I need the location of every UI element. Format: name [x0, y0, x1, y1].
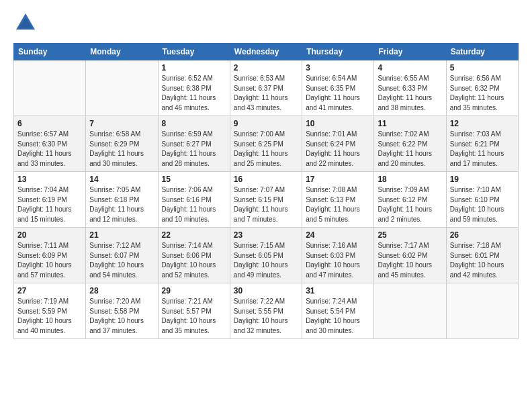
logo — [13, 11, 40, 35]
header — [13, 11, 519, 35]
calendar-day-cell: 3Sunrise: 6:54 AMSunset: 6:35 PMDaylight… — [302, 60, 374, 116]
day-number: 23 — [234, 230, 298, 240]
day-number: 29 — [162, 286, 226, 295]
day-detail: Sunrise: 7:24 AMSunset: 5:54 PMDaylight:… — [306, 297, 370, 336]
day-number: 21 — [89, 230, 154, 240]
day-number: 14 — [89, 175, 154, 184]
calendar-day-cell: 19Sunrise: 7:10 AMSunset: 6:10 PMDayligh… — [446, 172, 518, 228]
calendar-day-cell — [14, 60, 86, 116]
day-number: 3 — [306, 63, 370, 73]
calendar-day-cell: 9Sunrise: 7:00 AMSunset: 6:25 PMDaylight… — [230, 116, 302, 172]
day-number: 24 — [306, 230, 370, 240]
day-detail: Sunrise: 7:20 AMSunset: 5:58 PMDaylight:… — [89, 297, 154, 336]
day-detail: Sunrise: 7:04 AMSunset: 6:19 PMDaylight:… — [17, 185, 82, 224]
calendar-week-row: 13Sunrise: 7:04 AMSunset: 6:19 PMDayligh… — [14, 172, 519, 228]
day-number: 1 — [162, 63, 226, 73]
day-detail: Sunrise: 7:08 AMSunset: 6:13 PMDaylight:… — [306, 185, 370, 224]
page: SundayMondayTuesdayWednesdayThursdayFrid… — [0, 0, 532, 353]
day-number: 17 — [306, 175, 370, 184]
day-detail: Sunrise: 7:03 AMSunset: 6:21 PMDaylight:… — [450, 130, 515, 169]
day-detail: Sunrise: 7:01 AMSunset: 6:24 PMDaylight:… — [306, 130, 370, 169]
calendar-header-row: SundayMondayTuesdayWednesdayThursdayFrid… — [14, 44, 519, 60]
weekday-header: Tuesday — [158, 44, 230, 60]
day-detail: Sunrise: 7:17 AMSunset: 6:02 PMDaylight:… — [378, 241, 442, 280]
day-number: 7 — [89, 119, 154, 128]
weekday-header: Thursday — [302, 44, 374, 60]
calendar-week-row: 6Sunrise: 6:57 AMSunset: 6:30 PMDaylight… — [14, 116, 519, 172]
calendar-day-cell: 24Sunrise: 7:16 AMSunset: 6:03 PMDayligh… — [302, 228, 374, 283]
day-detail: Sunrise: 6:56 AMSunset: 6:32 PMDaylight:… — [450, 74, 515, 113]
calendar-day-cell: 16Sunrise: 7:07 AMSunset: 6:15 PMDayligh… — [230, 172, 302, 228]
calendar-day-cell: 11Sunrise: 7:02 AMSunset: 6:22 PMDayligh… — [374, 116, 446, 172]
calendar-day-cell: 31Sunrise: 7:24 AMSunset: 5:54 PMDayligh… — [302, 283, 374, 339]
day-number: 28 — [89, 286, 154, 295]
day-detail: Sunrise: 7:15 AMSunset: 6:05 PMDaylight:… — [234, 241, 298, 280]
day-number: 16 — [234, 175, 298, 184]
day-detail: Sunrise: 7:12 AMSunset: 6:07 PMDaylight:… — [89, 241, 154, 280]
day-detail: Sunrise: 7:09 AMSunset: 6:12 PMDaylight:… — [378, 185, 442, 224]
day-number: 12 — [450, 119, 515, 128]
day-number: 2 — [234, 63, 298, 73]
day-detail: Sunrise: 7:10 AMSunset: 6:10 PMDaylight:… — [450, 185, 515, 224]
weekday-header: Monday — [86, 44, 158, 60]
calendar-day-cell — [374, 283, 446, 339]
calendar-day-cell: 30Sunrise: 7:22 AMSunset: 5:55 PMDayligh… — [230, 283, 302, 339]
day-detail: Sunrise: 7:16 AMSunset: 6:03 PMDaylight:… — [306, 241, 370, 280]
calendar-week-row: 27Sunrise: 7:19 AMSunset: 5:59 PMDayligh… — [14, 283, 519, 339]
day-detail: Sunrise: 6:58 AMSunset: 6:29 PMDaylight:… — [89, 130, 154, 169]
day-number: 4 — [378, 63, 442, 73]
weekday-header: Sunday — [14, 44, 86, 60]
calendar-day-cell: 12Sunrise: 7:03 AMSunset: 6:21 PMDayligh… — [446, 116, 518, 172]
day-detail: Sunrise: 7:14 AMSunset: 6:06 PMDaylight:… — [162, 241, 226, 280]
calendar-day-cell — [446, 283, 518, 339]
day-number: 19 — [450, 175, 515, 184]
calendar-day-cell: 26Sunrise: 7:18 AMSunset: 6:01 PMDayligh… — [446, 228, 518, 283]
calendar-day-cell — [86, 60, 158, 116]
day-number: 30 — [234, 286, 298, 295]
day-number: 26 — [450, 230, 515, 240]
calendar-week-row: 20Sunrise: 7:11 AMSunset: 6:09 PMDayligh… — [14, 228, 519, 283]
day-number: 13 — [17, 175, 82, 184]
weekday-header: Wednesday — [230, 44, 302, 60]
calendar-day-cell: 2Sunrise: 6:53 AMSunset: 6:37 PMDaylight… — [230, 60, 302, 116]
day-detail: Sunrise: 6:55 AMSunset: 6:33 PMDaylight:… — [378, 74, 442, 113]
day-detail: Sunrise: 7:19 AMSunset: 5:59 PMDaylight:… — [17, 297, 82, 336]
calendar-day-cell: 17Sunrise: 7:08 AMSunset: 6:13 PMDayligh… — [302, 172, 374, 228]
calendar-day-cell: 22Sunrise: 7:14 AMSunset: 6:06 PMDayligh… — [158, 228, 230, 283]
calendar-day-cell: 29Sunrise: 7:21 AMSunset: 5:57 PMDayligh… — [158, 283, 230, 339]
day-detail: Sunrise: 6:59 AMSunset: 6:27 PMDaylight:… — [162, 130, 226, 169]
day-detail: Sunrise: 7:05 AMSunset: 6:18 PMDaylight:… — [89, 185, 154, 224]
logo-icon — [13, 11, 38, 35]
day-number: 20 — [17, 230, 82, 240]
calendar-day-cell: 14Sunrise: 7:05 AMSunset: 6:18 PMDayligh… — [86, 172, 158, 228]
weekday-header: Saturday — [446, 44, 518, 60]
day-number: 25 — [378, 230, 442, 240]
weekday-header: Friday — [374, 44, 446, 60]
calendar-day-cell: 7Sunrise: 6:58 AMSunset: 6:29 PMDaylight… — [86, 116, 158, 172]
calendar-day-cell: 28Sunrise: 7:20 AMSunset: 5:58 PMDayligh… — [86, 283, 158, 339]
day-detail: Sunrise: 6:54 AMSunset: 6:35 PMDaylight:… — [306, 74, 370, 113]
day-number: 15 — [162, 175, 226, 184]
day-detail: Sunrise: 7:02 AMSunset: 6:22 PMDaylight:… — [378, 130, 442, 169]
day-number: 22 — [162, 230, 226, 240]
day-number: 8 — [162, 119, 226, 128]
day-detail: Sunrise: 7:11 AMSunset: 6:09 PMDaylight:… — [17, 241, 82, 280]
day-number: 31 — [306, 286, 370, 295]
day-number: 18 — [378, 175, 442, 184]
day-number: 11 — [378, 119, 442, 128]
day-detail: Sunrise: 7:07 AMSunset: 6:15 PMDaylight:… — [234, 185, 298, 224]
calendar-day-cell: 10Sunrise: 7:01 AMSunset: 6:24 PMDayligh… — [302, 116, 374, 172]
calendar-day-cell: 25Sunrise: 7:17 AMSunset: 6:02 PMDayligh… — [374, 228, 446, 283]
calendar-day-cell: 21Sunrise: 7:12 AMSunset: 6:07 PMDayligh… — [86, 228, 158, 283]
day-number: 10 — [306, 119, 370, 128]
day-detail: Sunrise: 6:57 AMSunset: 6:30 PMDaylight:… — [17, 130, 82, 169]
day-number: 6 — [17, 119, 82, 128]
calendar-day-cell: 1Sunrise: 6:52 AMSunset: 6:38 PMDaylight… — [158, 60, 230, 116]
calendar-day-cell: 23Sunrise: 7:15 AMSunset: 6:05 PMDayligh… — [230, 228, 302, 283]
calendar-table: SundayMondayTuesdayWednesdayThursdayFrid… — [13, 43, 519, 339]
day-detail: Sunrise: 7:22 AMSunset: 5:55 PMDaylight:… — [234, 297, 298, 336]
day-detail: Sunrise: 7:00 AMSunset: 6:25 PMDaylight:… — [234, 130, 298, 169]
day-detail: Sunrise: 7:06 AMSunset: 6:16 PMDaylight:… — [162, 185, 226, 224]
calendar-day-cell: 8Sunrise: 6:59 AMSunset: 6:27 PMDaylight… — [158, 116, 230, 172]
calendar-week-row: 1Sunrise: 6:52 AMSunset: 6:38 PMDaylight… — [14, 60, 519, 116]
